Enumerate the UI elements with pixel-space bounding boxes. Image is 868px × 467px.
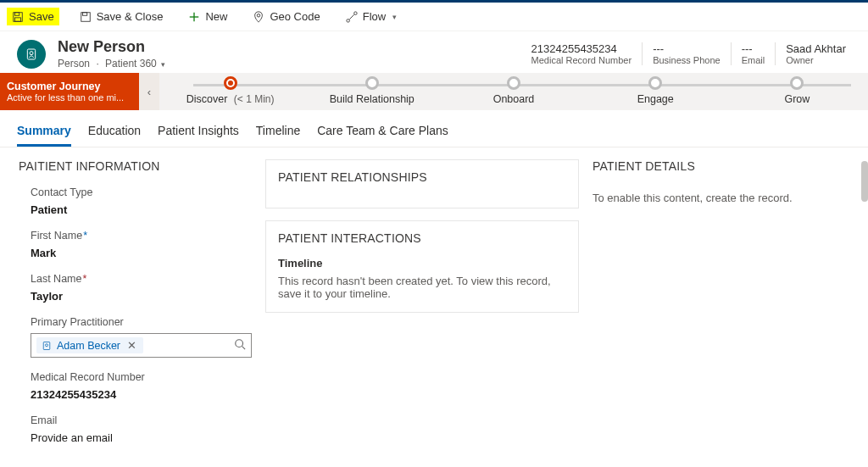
bpf-collapse-button[interactable]: ‹ <box>139 73 159 110</box>
stage-dot <box>365 76 379 90</box>
recommended-asterisk: * <box>83 230 87 242</box>
practitioner-chip-text: Adam Becker <box>57 340 120 352</box>
stage-dot <box>790 76 804 90</box>
field-email[interactable]: Email Provide an email <box>19 409 252 453</box>
meta-phone-value: --- <box>653 42 721 55</box>
patient-info-title: PAITIENT INFORMATION <box>19 159 252 173</box>
contact-type-label: Contact Type <box>31 186 252 198</box>
stage-discover[interactable]: Discover (< 1 Min) <box>159 73 301 110</box>
save-close-label: Save & Close <box>97 10 164 23</box>
svg-rect-4 <box>82 12 86 15</box>
mrn-value: 21324255435234 <box>31 388 252 401</box>
separator-dot: · <box>96 58 98 69</box>
patient-info-section: PAITIENT INFORMATION Contact Type Patien… <box>19 159 252 460</box>
center-column: PATIENT RELATIONSHIPS PATIENT INTERACTIO… <box>265 159 579 460</box>
form-body: PAITIENT INFORMATION Contact Type Patien… <box>0 147 868 460</box>
stage-grow[interactable]: Grow <box>726 73 868 110</box>
svg-point-13 <box>46 343 48 346</box>
pin-icon <box>253 11 264 23</box>
interactions-body: Timeline This record hasn't been created… <box>266 257 578 312</box>
first-name-value: Mark <box>31 247 252 259</box>
lookup-search-button[interactable] <box>234 338 246 353</box>
tab-timeline[interactable]: Timeline <box>256 119 300 147</box>
relationships-title: PATIENT RELATIONSHIPS <box>266 160 578 196</box>
tab-insights[interactable]: Patient Insights <box>158 119 239 147</box>
tab-summary[interactable]: Summary <box>17 119 71 147</box>
save-close-button[interactable]: Save & Close <box>75 8 169 25</box>
stage-dot-active <box>224 76 237 90</box>
avatar <box>17 40 46 69</box>
first-name-label: First Name <box>31 230 82 242</box>
tab-careteam[interactable]: Care Team & Care Plans <box>317 119 448 147</box>
field-last-name[interactable]: Last Name* Taylor <box>19 268 252 311</box>
practitioner-chip[interactable]: Adam Becker ✕ <box>36 337 143 353</box>
scrollbar-thumb[interactable] <box>861 161 868 202</box>
meta-owner: Saad Akhtar Owner <box>775 42 856 65</box>
svg-rect-2 <box>15 17 21 20</box>
stage-discover-label: Discover <box>186 93 228 105</box>
remove-chip-button[interactable]: ✕ <box>125 339 138 352</box>
timeline-heading: Timeline <box>278 257 566 270</box>
title-block: New Person Person · Patient 360 ▾ <box>58 38 165 69</box>
last-name-label: Last Name <box>31 273 81 285</box>
save-button[interactable]: Save <box>7 8 59 25</box>
field-contact-type[interactable]: Contact Type Patient <box>19 181 252 225</box>
chevron-down-icon: ▾ <box>392 13 397 21</box>
interactions-title: PATIENT INTERACTIONS <box>266 221 578 257</box>
chevron-left-icon: ‹ <box>147 86 151 98</box>
svg-point-9 <box>353 11 357 14</box>
form-selector[interactable]: Patient 360 ▾ <box>105 58 165 69</box>
badge-icon <box>25 47 38 61</box>
stage-build-label: Build Relationship <box>301 93 442 105</box>
svg-point-14 <box>236 340 243 347</box>
interactions-card: PATIENT INTERACTIONS Timeline This recor… <box>265 220 579 313</box>
meta-mrn: 21324255435234 Medical Record Number <box>521 42 643 65</box>
form-tabs: Summary Education Patient Insights Timel… <box>0 110 868 147</box>
details-column: PATIENT DETAILS To enable this content, … <box>593 159 861 460</box>
flow-button[interactable]: Flow ▾ <box>341 8 402 25</box>
svg-rect-10 <box>27 49 35 59</box>
timeline-empty-message: This record hasn't been created yet. To … <box>278 275 566 300</box>
field-first-name[interactable]: First Name* Mark <box>19 225 252 268</box>
meta-phone-label: Business Phone <box>653 55 721 65</box>
details-empty-message: To enable this content, create the recor… <box>593 192 854 204</box>
field-practitioner: Primary Practitioner Adam Becker ✕ <box>19 311 252 366</box>
business-process-flow: Customer Journey Active for less than on… <box>0 73 868 110</box>
new-button[interactable]: New <box>183 8 232 25</box>
svg-point-11 <box>30 51 33 54</box>
owner-link[interactable]: Saad Akhtar <box>786 42 846 55</box>
flow-label: Flow <box>363 10 386 23</box>
practitioner-label: Primary Practitioner <box>31 316 252 328</box>
practitioner-lookup[interactable]: Adam Becker ✕ <box>31 333 252 358</box>
command-bar: Save Save & Close New Geo Code Flow ▾ <box>0 3 868 31</box>
svg-rect-12 <box>43 342 50 349</box>
plus-icon <box>188 11 200 23</box>
chevron-down-icon: ▾ <box>161 60 165 69</box>
stage-dot <box>648 76 662 90</box>
svg-line-15 <box>242 347 246 350</box>
record-header: New Person Person · Patient 360 ▾ 213242… <box>0 31 868 73</box>
required-asterisk: * <box>82 273 86 285</box>
geocode-button[interactable]: Geo Code <box>248 8 325 25</box>
form-name: Patient 360 <box>105 58 157 69</box>
stage-onboard[interactable]: Onboard <box>442 73 584 110</box>
search-icon <box>234 338 246 350</box>
contact-type-value: Patient <box>31 203 252 216</box>
stage-engage[interactable]: Engage <box>585 73 726 110</box>
save-icon <box>12 11 24 23</box>
meta-mrn-label: Medical Record Number <box>531 55 632 65</box>
relationships-card: PATIENT RELATIONSHIPS <box>265 159 579 208</box>
tab-education[interactable]: Education <box>88 119 141 147</box>
meta-email: --- Email <box>731 42 776 65</box>
stage-onboard-label: Onboard <box>442 93 584 105</box>
email-label: Email <box>31 414 252 426</box>
meta-phone: --- Business Phone <box>642 42 731 65</box>
geocode-label: Geo Code <box>270 10 320 23</box>
svg-point-8 <box>347 19 350 22</box>
stage-build[interactable]: Build Relationship <box>301 73 442 110</box>
svg-rect-1 <box>15 12 19 15</box>
bpf-header[interactable]: Customer Journey Active for less than on… <box>0 73 139 110</box>
flow-icon <box>346 11 358 23</box>
save-close-icon <box>80 11 92 23</box>
field-mrn[interactable]: Medical Record Number 21324255435234 <box>19 366 252 409</box>
